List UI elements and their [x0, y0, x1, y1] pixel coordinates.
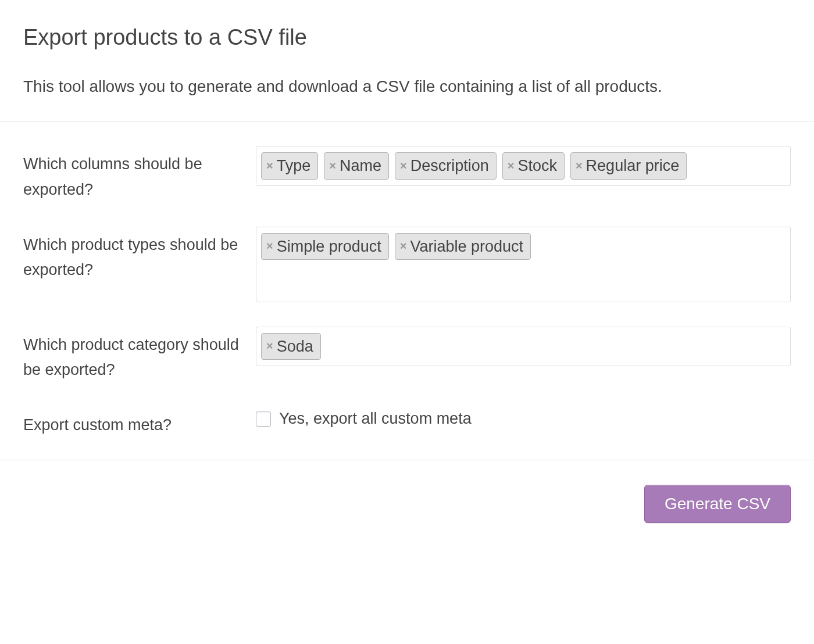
tag-label: Name: [340, 155, 381, 176]
header-section: Export products to a CSV file This tool …: [0, 0, 814, 121]
label-product-types: Which product types should be exported?: [23, 227, 256, 282]
export-panel: Export products to a CSV file This tool …: [0, 0, 814, 550]
footer-section: Generate CSV: [0, 460, 814, 550]
category-multiselect[interactable]: × Soda: [256, 327, 791, 366]
tag-variable-product: × Variable product: [395, 233, 531, 260]
row-columns: Which columns should be exported? × Type…: [23, 146, 791, 202]
tag-description: × Description: [395, 152, 497, 179]
tag-stock: × Stock: [502, 152, 565, 179]
columns-multiselect[interactable]: × Type × Name × Description × Stock: [256, 146, 791, 185]
tag-label: Type: [277, 155, 311, 176]
generate-csv-button[interactable]: Generate CSV: [644, 485, 791, 523]
tag-label: Simple product: [277, 236, 381, 257]
tag-label: Variable product: [410, 236, 523, 257]
tag-label: Description: [410, 155, 489, 176]
tag-label: Regular price: [586, 155, 680, 176]
remove-icon[interactable]: ×: [266, 158, 273, 174]
row-category: Which product category should be exporte…: [23, 327, 791, 382]
form-section: Which columns should be exported? × Type…: [0, 121, 814, 460]
remove-icon[interactable]: ×: [576, 158, 583, 174]
tag-label: Soda: [277, 336, 313, 357]
remove-icon[interactable]: ×: [329, 158, 336, 174]
custom-meta-checkbox-label[interactable]: Yes, export all custom meta: [279, 408, 472, 430]
remove-icon[interactable]: ×: [400, 238, 407, 254]
remove-icon[interactable]: ×: [266, 238, 273, 254]
remove-icon[interactable]: ×: [266, 338, 273, 354]
remove-icon[interactable]: ×: [400, 158, 407, 174]
row-product-types: Which product types should be exported? …: [23, 227, 791, 302]
tag-simple-product: × Simple product: [261, 233, 389, 260]
label-custom-meta: Export custom meta?: [23, 407, 256, 438]
custom-meta-checkbox[interactable]: [256, 412, 271, 427]
label-category: Which product category should be exporte…: [23, 327, 256, 382]
tag-label: Stock: [517, 155, 557, 176]
tag-name: × Name: [324, 152, 389, 179]
tag-soda: × Soda: [261, 333, 321, 360]
tag-regular-price: × Regular price: [570, 152, 687, 179]
label-columns: Which columns should be exported?: [23, 146, 256, 202]
tag-type: × Type: [261, 152, 318, 179]
row-custom-meta: Export custom meta? Yes, export all cust…: [23, 407, 791, 438]
page-title: Export products to a CSV file: [23, 22, 791, 53]
remove-icon[interactable]: ×: [508, 158, 515, 174]
product-types-multiselect[interactable]: × Simple product × Variable product: [256, 227, 791, 302]
page-description: This tool allows you to generate and dow…: [23, 75, 791, 98]
